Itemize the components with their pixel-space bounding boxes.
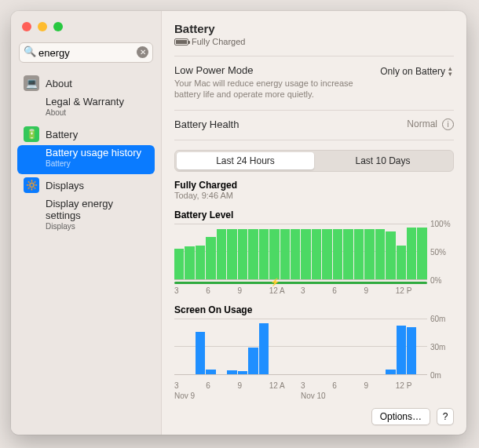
battery-level-title: Battery Level: [174, 209, 454, 220]
bolt-icon: ⚡: [270, 278, 280, 286]
window-controls: [11, 11, 161, 42]
battery-health-value: Normal: [407, 118, 437, 129]
day-labels: Nov 9Nov 10: [174, 392, 454, 400]
sidebar-sub-cap: About: [46, 108, 148, 117]
low-power-desc: Your Mac will reduce energy usage to inc…: [174, 78, 355, 100]
nav-list: 💻 About Legal & Warranty About 🔋 Battery…: [11, 71, 161, 239]
battery-x-axis: 36912 A36912 P: [174, 286, 454, 295]
sidebar-sub-battery-history[interactable]: Battery usage history Battery: [17, 145, 155, 174]
sidebar-sub-label: Battery usage history: [46, 147, 141, 158]
search-input[interactable]: [19, 42, 153, 63]
tab-last-24h[interactable]: Last 24 Hours: [177, 152, 314, 169]
sidebar-item-about[interactable]: 💻 About: [17, 72, 155, 94]
sidebar-item-label: Displays: [46, 180, 84, 191]
sidebar-sub-cap: Battery: [46, 159, 148, 168]
sidebar-sub-display-energy[interactable]: Display energy settings Displays: [17, 196, 155, 237]
time-range-segmented: Last 24 Hours Last 10 Days: [174, 150, 454, 172]
sidebar-item-displays[interactable]: 🔆 Displays: [17, 174, 155, 196]
charging-strip: [174, 282, 427, 284]
sidebar-sub-label: Legal & Warranty: [46, 96, 124, 107]
low-power-popup[interactable]: Only on Battery ▴▾: [378, 64, 454, 78]
low-power-section: Low Power Mode Your Mac will reduce ener…: [174, 56, 454, 100]
battery-health-section: Battery Health Normal i: [174, 110, 454, 130]
settings-window: 🔍 ✕ 💻 About Legal & Warranty About 🔋 Bat…: [11, 11, 466, 435]
tab-last-10d[interactable]: Last 10 Days: [314, 152, 452, 169]
sidebar: 🔍 ✕ 💻 About Legal & Warranty About 🔋 Bat…: [11, 11, 162, 435]
history-section: Last 24 Hours Last 10 Days Fully Charged…: [174, 140, 454, 400]
chevron-updown-icon: ▴▾: [448, 66, 452, 77]
screen-usage-title: Screen On Usage: [174, 304, 454, 315]
about-icon: 💻: [24, 75, 39, 91]
charge-status-time: Today, 9:46 AM: [174, 191, 454, 200]
battery-level-chart: ⚡ 100% 50% 0%: [174, 224, 454, 280]
battery-icon: 🔋: [24, 126, 39, 142]
page-subtitle: Fully Charged: [174, 37, 454, 46]
sidebar-item-label: Battery: [46, 129, 78, 140]
low-power-title: Low Power Mode: [174, 64, 355, 76]
help-button[interactable]: ?: [437, 408, 454, 425]
search-icon: 🔍: [24, 46, 36, 57]
info-icon[interactable]: i: [442, 118, 454, 130]
sidebar-item-battery[interactable]: 🔋 Battery: [17, 123, 155, 145]
content-pane: Battery Fully Charged Low Power Mode You…: [162, 11, 466, 435]
screen-usage-chart: 60m 30m 0m: [174, 319, 454, 375]
sidebar-sub-legal[interactable]: Legal & Warranty About: [17, 94, 155, 123]
page-title: Battery: [174, 22, 454, 35]
usage-y-axis: 60m 30m 0m: [427, 319, 454, 375]
footer: Options… ?: [174, 402, 454, 425]
battery-glyph-icon: [174, 38, 188, 46]
sidebar-sub-label: Display energy settings: [46, 198, 113, 221]
close-icon[interactable]: [22, 22, 31, 31]
minimize-icon[interactable]: [38, 22, 47, 31]
options-button[interactable]: Options…: [371, 408, 430, 425]
clear-search-icon[interactable]: ✕: [137, 46, 148, 58]
displays-icon: 🔆: [24, 177, 39, 193]
page-header: Battery Fully Charged: [174, 22, 454, 46]
search-container: 🔍 ✕: [11, 42, 161, 71]
sidebar-sub-cap: Displays: [46, 222, 148, 231]
usage-x-axis: 36912 A36912 P: [174, 381, 454, 390]
sidebar-item-label: About: [46, 78, 72, 89]
battery-y-axis: 100% 50% 0%: [427, 224, 454, 280]
battery-status-text: Fully Charged: [192, 37, 245, 46]
battery-health-title: Battery Health: [174, 118, 239, 130]
charge-status-title: Fully Charged: [174, 180, 454, 191]
low-power-value: Only on Battery: [380, 66, 445, 77]
zoom-icon[interactable]: [53, 22, 63, 31]
